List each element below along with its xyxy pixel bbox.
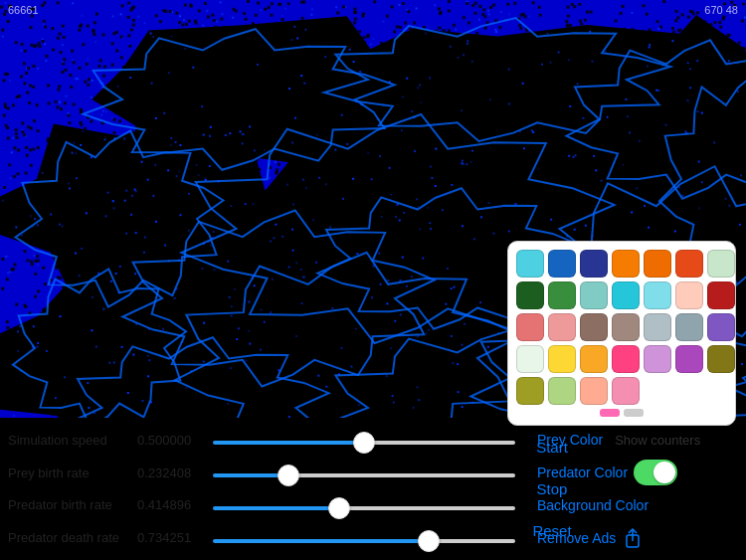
color-swatch[interactable] [675,345,703,373]
color-swatch[interactable] [644,345,671,373]
predator-birth-rate-slider[interactable] [213,506,515,510]
color-grid [516,250,727,405]
share-icon[interactable] [622,527,644,549]
background-color-row: Background Color [537,491,736,519]
prey-birth-rate-value: 0.232408 [137,466,209,480]
color-swatch[interactable] [580,250,608,278]
predator-death-rate-slider[interactable] [213,539,515,543]
simulation-speed-slider[interactable] [213,441,515,445]
prey-birth-rate-row: Prey birth rate 0.232408 [8,459,519,486]
color-swatch[interactable] [644,281,671,309]
predator-birth-rate-slider-container [213,496,515,514]
color-swatch[interactable] [612,250,640,278]
color-swatch[interactable] [548,345,576,373]
color-swatch[interactable] [644,313,671,341]
show-counters-label: Show counters [615,433,700,448]
color-swatch[interactable] [707,250,735,278]
background-color-label[interactable]: Background Color [537,497,649,513]
simulation-speed-slider-container [213,431,515,449]
color-swatch[interactable] [707,345,735,373]
predator-birth-rate-value: 0.414896 [137,497,209,512]
color-swatch[interactable] [548,377,576,405]
predator-death-rate-value: 0.734251 [137,530,209,545]
color-swatch[interactable] [675,281,703,309]
color-swatch[interactable] [580,345,608,373]
simulation-speed-value: 0.500000 [137,433,209,448]
indicator-dot-1 [600,409,620,417]
color-swatch[interactable] [675,250,703,278]
color-swatch[interactable] [516,313,544,341]
color-swatch[interactable] [516,281,544,309]
color-swatch[interactable] [548,281,576,309]
color-swatch[interactable] [612,313,640,341]
color-swatch[interactable] [707,281,735,309]
color-swatch[interactable] [675,313,703,341]
sim-overlay-right: 670 48 [704,4,738,16]
color-swatch[interactable] [612,377,640,405]
predator-birth-rate-row: Predator birth rate 0.414896 [8,491,519,519]
predator-birth-rate-label: Predator birth rate [8,497,137,512]
sim-overlay-left: 66661 [8,4,39,16]
predator-color-toggle-knob [653,462,675,483]
remove-ads-row: Remove Ads [537,524,736,552]
color-swatch[interactable] [612,345,640,373]
color-swatch[interactable] [548,313,576,341]
color-swatch[interactable] [516,345,544,373]
color-swatch[interactable] [580,313,608,341]
right-controls: Prey Color Show counters Predator Color … [527,418,746,560]
prey-birth-rate-slider-container [213,464,515,481]
color-swatch[interactable] [612,281,640,309]
color-swatch[interactable] [548,250,576,278]
predator-death-rate-row: Predator death rate 0.734251 [8,524,519,552]
color-swatch[interactable] [516,377,544,405]
color-swatch[interactable] [707,313,735,341]
predator-color-toggle[interactable] [634,460,677,485]
left-controls: Simulation speed 0.500000 Prey birth rat… [0,418,527,560]
predator-color-label[interactable]: Predator Color [537,465,628,480]
color-swatch[interactable] [580,377,608,405]
color-swatch[interactable] [644,250,671,278]
simulation-speed-label: Simulation speed [8,433,137,448]
color-picker-popup [507,241,736,426]
prey-color-row: Prey Color Show counters [537,426,736,454]
prey-color-label[interactable]: Prey Color [537,432,603,448]
simulation-speed-row: Simulation speed 0.500000 [8,426,519,454]
color-swatch[interactable] [516,250,544,278]
color-picker-indicator [516,409,727,417]
predator-death-rate-slider-container [213,529,515,547]
prey-birth-rate-slider[interactable] [213,473,515,477]
remove-ads-label[interactable]: Remove Ads [537,530,616,546]
indicator-dot-2 [624,409,644,417]
prey-birth-rate-label: Prey birth rate [8,466,137,480]
predator-death-rate-label: Predator death rate [8,530,137,545]
color-swatch[interactable] [580,281,608,309]
predator-color-row: Predator Color [537,459,736,486]
